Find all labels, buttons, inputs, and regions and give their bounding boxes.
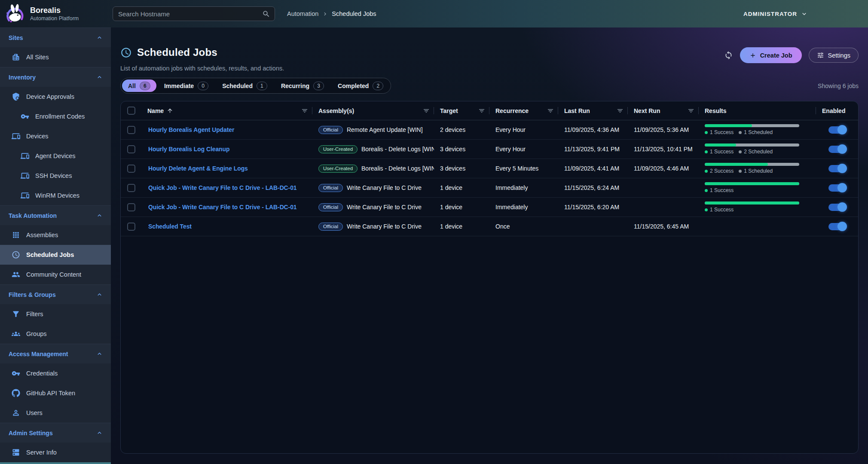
filter-list-icon[interactable] — [301, 107, 308, 114]
job-name-link[interactable]: Quick Job - Write Canary File to C Drive… — [148, 185, 297, 191]
row-checkbox[interactable] — [127, 184, 135, 192]
user-menu[interactable]: ADMINISTRATOR — [743, 10, 808, 18]
sidebar-section-access-management[interactable]: Access Management — [0, 344, 111, 363]
sidebar-section-inventory[interactable]: Inventory — [0, 67, 111, 87]
enabled-toggle[interactable] — [828, 184, 846, 192]
result-scheduled: 1 Scheduled — [739, 168, 773, 174]
sidebar-item-github-api-token[interactable]: GitHub API Token — [0, 383, 111, 403]
table-header-row: NameAssembly(s)TargetRecurrenceLast RunN… — [121, 101, 858, 120]
search-input[interactable] — [118, 10, 262, 18]
result-dot-success — [705, 189, 708, 192]
results-cell: 1 Success1 Scheduled — [699, 120, 816, 139]
select-all-checkbox[interactable] — [127, 107, 135, 115]
tab-recurring[interactable]: Recurring3 — [275, 79, 330, 92]
filter-list-icon[interactable] — [688, 107, 694, 114]
row-checkbox[interactable] — [127, 145, 135, 153]
refresh-icon[interactable] — [724, 51, 733, 60]
sidebar-item-enrollment-codes[interactable]: Enrollment Codes — [0, 107, 111, 126]
filter-list-icon[interactable] — [423, 107, 430, 114]
filter-list-icon[interactable] — [617, 107, 623, 114]
server-icon — [12, 448, 20, 457]
tab-count-badge: 0 — [198, 82, 208, 90]
result-dot-success — [705, 170, 708, 173]
recurrence-cell: Every 5 Minutes — [489, 165, 558, 172]
chevron-right-icon — [322, 11, 328, 17]
row-checkbox[interactable] — [127, 165, 135, 173]
create-job-button[interactable]: Create Job — [740, 47, 802, 63]
enabled-toggle[interactable] — [828, 146, 846, 153]
column-header-assembly-s[interactable]: Assembly(s) — [312, 101, 434, 120]
sidebar-item-devices[interactable]: Devices — [0, 126, 111, 146]
job-name-link[interactable]: Quick Job - Write Canary File to C Drive… — [148, 204, 297, 211]
settings-button[interactable]: Settings — [809, 48, 859, 63]
sidebar-item-device-approvals[interactable]: Device Approvals — [0, 87, 111, 107]
tab-all[interactable]: All6 — [122, 79, 156, 92]
sidebar-section-sites[interactable]: Sites — [0, 27, 111, 47]
sidebar-item-all-sites[interactable]: All Sites — [0, 47, 111, 67]
brand-subtitle: Automation Platform — [30, 15, 79, 21]
job-name-link[interactable]: Hourly Borealis Agent Updater — [148, 127, 234, 133]
sidebar-item-log-management[interactable]: Log Management — [0, 462, 111, 464]
job-name-link[interactable]: Hourly Delete Agent & Engine Logs — [148, 165, 248, 172]
results-progress-bar — [705, 201, 799, 205]
sidebar-item-agent-devices[interactable]: Agent Devices — [0, 146, 111, 166]
column-header-next-run[interactable]: Next Run — [628, 101, 699, 120]
breadcrumb-scheduled-jobs[interactable]: Scheduled Jobs — [332, 10, 376, 17]
column-header-name[interactable]: Name — [141, 101, 312, 120]
column-header-recurrence[interactable]: Recurrence — [489, 101, 558, 120]
sidebar-item-assemblies[interactable]: Assemblies — [0, 225, 111, 245]
column-header-label: Results — [705, 107, 727, 114]
enabled-toggle[interactable] — [828, 204, 846, 211]
sidebar-item-server-info[interactable]: Server Info — [0, 443, 111, 462]
tab-completed[interactable]: Completed2 — [332, 79, 389, 92]
job-name-link[interactable]: Hourly Borealis Log Cleanup — [148, 146, 229, 153]
job-name-link[interactable]: Scheduled Test — [148, 223, 192, 230]
tab-scheduled[interactable]: Scheduled1 — [216, 79, 273, 92]
sidebar-section-admin-settings[interactable]: Admin Settings — [0, 423, 111, 443]
sidebar-item-credentials[interactable]: Credentials — [0, 363, 111, 383]
last-run-cell: 11/15/2025, 6:20 AM — [558, 204, 628, 211]
toggle-thumb — [837, 125, 847, 134]
row-checkbox[interactable] — [127, 203, 135, 211]
sidebar-item-filters[interactable]: Filters — [0, 304, 111, 324]
sidebar-item-community-content[interactable]: Community Content — [0, 265, 111, 284]
filter-list-icon[interactable] — [478, 107, 485, 114]
breadcrumb-automation[interactable]: Automation — [287, 10, 318, 17]
search-icon[interactable] — [262, 10, 270, 18]
plus-icon — [749, 52, 756, 59]
sidebar-item-groups[interactable]: Groups — [0, 324, 111, 344]
chevron-up-icon — [96, 291, 103, 298]
sidebar-item-ssh-devices[interactable]: SSH Devices — [0, 166, 111, 186]
assembly-badge: Official — [318, 223, 343, 231]
column-header-target[interactable]: Target — [434, 101, 489, 120]
enabled-toggle[interactable] — [828, 223, 846, 230]
sidebar-item-scheduled-jobs[interactable]: Scheduled Jobs — [0, 245, 111, 265]
enabled-toggle[interactable] — [828, 165, 846, 172]
sidebar-item-winrm-devices[interactable]: WinRM Devices — [0, 186, 111, 205]
tab-count-badge: 6 — [140, 82, 150, 90]
next-run-cell: 11/13/2025, 10:41 PM — [628, 146, 699, 153]
tab-immediate[interactable]: Immediate0 — [158, 79, 214, 92]
column-header-enabled[interactable]: Enabled — [816, 101, 858, 120]
next-run-cell: 11/09/2025, 4:46 AM — [628, 165, 699, 172]
column-header-results[interactable]: Results — [699, 101, 816, 120]
row-checkbox[interactable] — [127, 223, 135, 231]
groups-icon — [12, 330, 20, 338]
sidebar-item-label: GitHub API Token — [26, 390, 75, 397]
assembly-name: Write Canary File to C Drive — [347, 204, 422, 211]
result-success: 2 Success — [705, 168, 734, 174]
settings-label: Settings — [828, 52, 850, 59]
result-dot-success — [705, 208, 708, 211]
breadcrumb: Automation Scheduled Jobs — [287, 10, 376, 17]
sidebar-section-task-automation[interactable]: Task Automation — [0, 205, 111, 225]
tab-label: Immediate — [164, 82, 194, 89]
column-header-last-run[interactable]: Last Run — [558, 101, 628, 120]
page-header: Scheduled Jobs List of automation jobs w… — [120, 27, 859, 72]
row-checkbox[interactable] — [127, 126, 135, 134]
sidebar-item-users[interactable]: Users — [0, 403, 111, 423]
sidebar-section-filters-groups[interactable]: Filters & Groups — [0, 284, 111, 304]
filter-list-icon[interactable] — [547, 107, 554, 114]
enabled-toggle[interactable] — [828, 126, 846, 134]
assembly-name: Remote Agent Update [WIN] — [347, 126, 423, 133]
search-box[interactable] — [113, 6, 275, 21]
